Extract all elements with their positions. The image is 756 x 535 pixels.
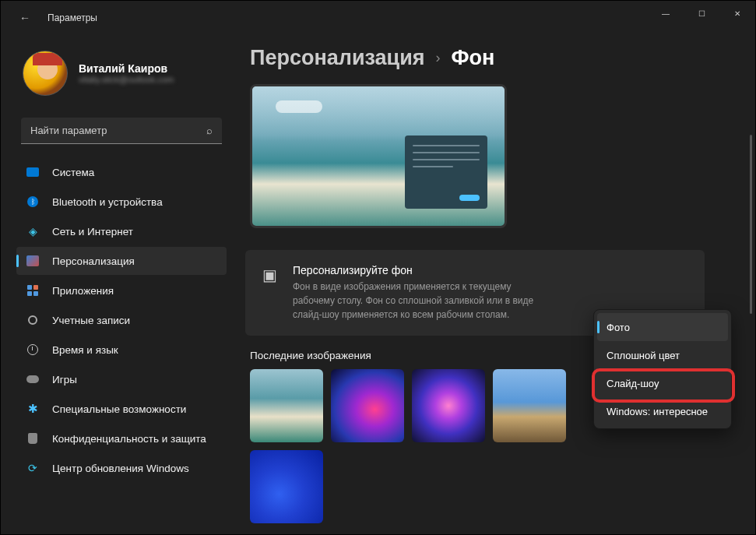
sidebar-item-label: Система xyxy=(52,167,94,178)
sidebar-item-label: Учетные записи xyxy=(52,315,130,326)
dropdown-option-spotlight[interactable]: Windows: интересное xyxy=(597,397,728,425)
sidebar-item-personalization[interactable]: Персонализация xyxy=(16,247,227,275)
desktop-preview xyxy=(250,84,507,228)
gamepad-icon xyxy=(26,372,40,386)
profile-block[interactable]: Виталий Каиров vitaliy.stick@outlook.com xyxy=(16,35,227,114)
system-icon xyxy=(26,165,40,179)
profile-name: Виталий Каиров xyxy=(79,62,174,75)
apps-icon xyxy=(26,283,40,297)
window-title: Параметры xyxy=(47,12,97,23)
sidebar-item-privacy[interactable]: Конфиденциальность и защита xyxy=(16,424,227,452)
background-type-dropdown: Фото Сплошной цвет Слайд-шоу Windows: ин… xyxy=(593,309,732,429)
breadcrumb: Персонализация › Фон xyxy=(245,46,732,70)
scrollbar[interactable] xyxy=(750,135,752,314)
avatar xyxy=(23,51,68,96)
search-input[interactable]: Найти параметр ⌕ xyxy=(21,118,222,144)
sidebar-item-label: Сеть и Интернет xyxy=(52,226,133,238)
recent-image-thumb[interactable] xyxy=(412,369,485,442)
breadcrumb-parent[interactable]: Персонализация xyxy=(250,46,425,70)
back-button[interactable]: ← xyxy=(19,12,30,24)
recent-images-grid xyxy=(250,369,577,523)
bluetooth-icon: ᛒ xyxy=(26,195,40,209)
update-icon: ⟳ xyxy=(26,461,40,475)
dropdown-option-slideshow[interactable]: Слайд-шоу xyxy=(597,369,728,397)
setting-desc: Фон в виде изображения применяется к тек… xyxy=(293,280,550,322)
sidebar-item-network[interactable]: ◈ Сеть и Интернет xyxy=(16,217,227,245)
sidebar-item-label: Приложения xyxy=(52,285,114,297)
sidebar: Виталий Каиров vitaliy.stick@outlook.com… xyxy=(1,35,234,534)
maximize-button[interactable]: ☐ xyxy=(684,1,719,26)
sidebar-item-label: Специальные возможности xyxy=(52,403,186,415)
accessibility-icon: ✱ xyxy=(26,402,40,416)
sidebar-item-bluetooth[interactable]: ᛒ Bluetooth и устройства xyxy=(16,188,227,216)
person-icon xyxy=(26,313,40,327)
search-placeholder: Найти параметр xyxy=(30,125,107,136)
sidebar-item-accessibility[interactable]: ✱ Специальные возможности xyxy=(16,395,227,423)
sidebar-item-label: Игры xyxy=(52,374,77,385)
search-icon: ⌕ xyxy=(206,125,213,136)
sidebar-item-label: Время и язык xyxy=(52,344,118,356)
close-button[interactable]: ✕ xyxy=(719,1,755,26)
profile-email: vitaliy.stick@outlook.com xyxy=(79,75,174,84)
sidebar-item-label: Bluetooth и устройства xyxy=(52,196,163,208)
recent-image-thumb[interactable] xyxy=(331,369,404,442)
sidebar-item-label: Конфиденциальность и защита xyxy=(52,433,206,445)
sidebar-item-update[interactable]: ⟳ Центр обновления Windows xyxy=(16,454,227,482)
brush-icon xyxy=(26,254,40,268)
sidebar-item-apps[interactable]: Приложения xyxy=(16,276,227,304)
sidebar-item-label: Центр обновления Windows xyxy=(52,463,189,474)
dropdown-option-photo[interactable]: Фото xyxy=(597,313,728,341)
shield-icon xyxy=(26,431,40,445)
recent-image-thumb[interactable] xyxy=(493,369,566,442)
setting-title: Персонализируйте фон xyxy=(293,264,550,276)
sidebar-item-accounts[interactable]: Учетные записи xyxy=(16,306,227,334)
wifi-icon: ◈ xyxy=(26,224,40,238)
sidebar-item-system[interactable]: Система xyxy=(16,158,227,186)
recent-image-thumb[interactable] xyxy=(250,369,323,442)
clock-icon xyxy=(26,343,40,357)
image-icon: ▣ xyxy=(262,266,277,322)
sidebar-item-label: Персонализация xyxy=(52,255,135,267)
recent-image-thumb[interactable] xyxy=(250,450,323,523)
dropdown-option-solid[interactable]: Сплошной цвет xyxy=(597,341,728,369)
breadcrumb-current: Фон xyxy=(452,46,495,70)
chevron-right-icon: › xyxy=(436,50,441,66)
sidebar-item-time[interactable]: Время и язык xyxy=(16,336,227,364)
main-content: Персонализация › Фон ▣ Персонализируйте … xyxy=(234,35,755,534)
sidebar-item-gaming[interactable]: Игры xyxy=(16,365,227,393)
minimize-button[interactable]: ― xyxy=(648,1,684,26)
